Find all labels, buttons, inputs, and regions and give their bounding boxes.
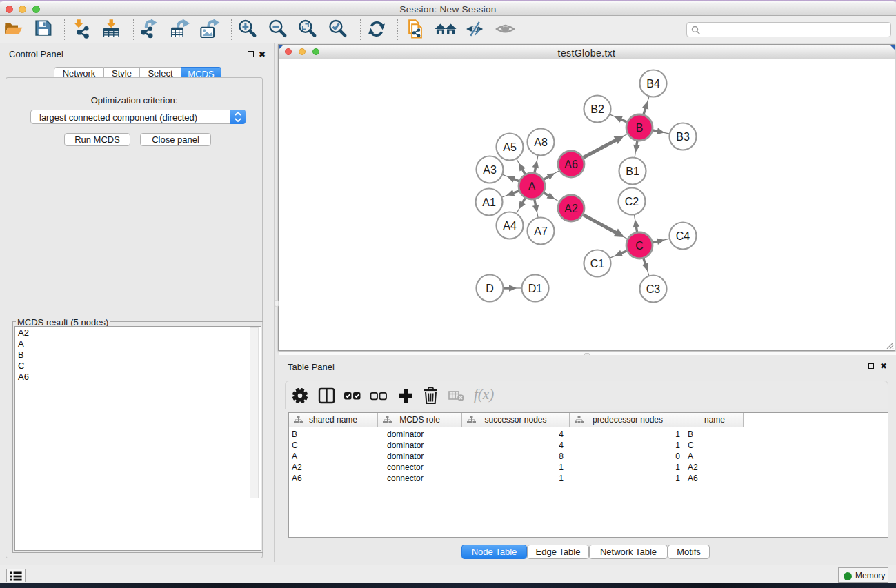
- svg-text:A2: A2: [564, 203, 578, 214]
- svg-text:A4: A4: [503, 220, 517, 232]
- svg-text:A1: A1: [482, 196, 496, 208]
- svg-text:D: D: [486, 283, 494, 294]
- svg-text:C2: C2: [625, 196, 639, 207]
- svg-text:C4: C4: [676, 230, 690, 242]
- svg-text:B3: B3: [676, 131, 690, 143]
- svg-text:B1: B1: [626, 165, 639, 177]
- svg-text:B4: B4: [646, 78, 660, 90]
- svg-text:A3: A3: [483, 164, 497, 176]
- svg-text:C3: C3: [646, 283, 661, 295]
- svg-text:A8: A8: [534, 136, 548, 148]
- svg-text:A5: A5: [503, 141, 517, 153]
- svg-text:D1: D1: [528, 283, 543, 294]
- svg-text:A6: A6: [564, 159, 578, 170]
- svg-text:C: C: [635, 240, 644, 252]
- svg-text:C1: C1: [590, 258, 605, 270]
- svg-text:B: B: [636, 122, 644, 134]
- svg-text:A: A: [528, 181, 536, 192]
- svg-text:B2: B2: [590, 103, 604, 115]
- svg-text:A7: A7: [534, 225, 548, 237]
